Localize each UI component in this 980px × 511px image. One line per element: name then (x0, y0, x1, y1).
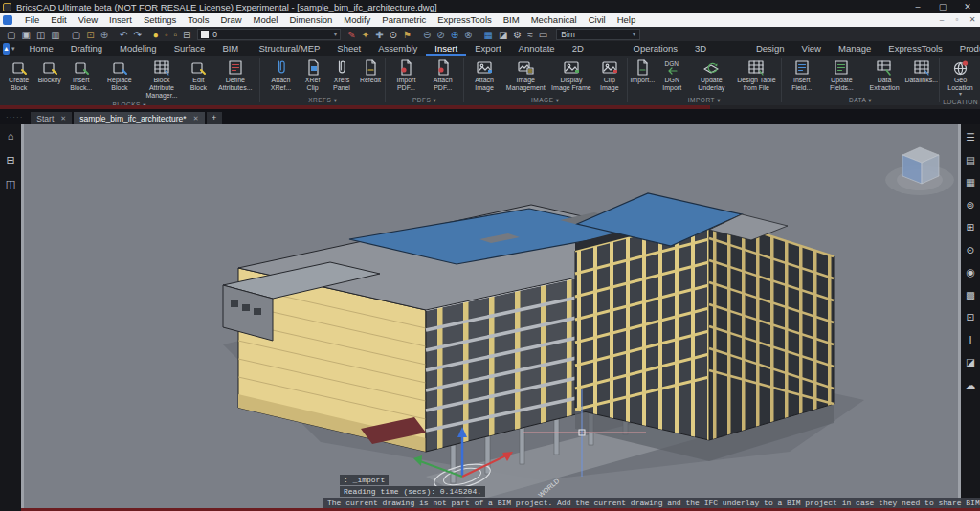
sheet-sets-panel-icon[interactable]: ⊞ (967, 222, 975, 233)
ribbon-tab-design-intent[interactable]: Design Intent (747, 42, 793, 56)
hatches-panel-icon[interactable]: ▩ (966, 290, 975, 300)
ribbon-tab-manage[interactable]: Manage (830, 42, 880, 56)
ribbon-button-edit-block[interactable]: Edit Block (184, 56, 212, 93)
sun-brightness-icon[interactable]: ◦ (162, 30, 171, 40)
ribbon-tab-annotate[interactable]: Annotate (510, 42, 564, 56)
ribbon-button-datalinks[interactable]: Datalinks... (905, 56, 937, 85)
ribbon-tab-2d-parametric[interactable]: 2D Parametric (564, 42, 625, 56)
ribbon-button-block-attribute-manager[interactable]: Block Attribute Manager... (139, 56, 184, 100)
ribbon-button-import[interactable]: Import... (630, 56, 656, 85)
ribbon-tab-insert[interactable]: Insert (426, 42, 466, 56)
ribbon-button-attach-pdf[interactable]: Attach PDF... (425, 56, 461, 93)
menu-dimension[interactable]: Dimension (283, 13, 338, 27)
close-tab-icon[interactable]: ✕ (193, 115, 199, 122)
ribbon-tab-bim-data[interactable]: BIM Data (213, 42, 250, 56)
display-panel-icon[interactable]: ⊡ (967, 312, 975, 322)
tips-panel-icon[interactable]: ⊙ (967, 245, 975, 256)
ribbon-group-label-import[interactable]: IMPORT ▾ (630, 95, 779, 105)
panels-toggle-icon[interactable]: ▦ (480, 30, 495, 40)
menu-civil[interactable]: Civil (583, 13, 612, 27)
mdi-close-button[interactable]: ✕ (965, 13, 980, 27)
orbit-view-icon[interactable]: ⊖ (420, 30, 434, 40)
settings-gear-icon[interactable]: ⚙ (510, 30, 524, 40)
chevron-down-icon[interactable]: ▾ (11, 45, 15, 53)
bricscad-logo-button[interactable]: ▲ (3, 43, 10, 55)
ribbon-tab-operations[interactable]: Operations (625, 42, 686, 56)
ribbon-tab-export[interactable]: Export (466, 42, 509, 56)
model-viewport[interactable]: WORLD : _import Reading time (secs): 0.1… (21, 124, 961, 508)
annotation-monitor-icon[interactable]: ▫ (170, 30, 180, 40)
ribbon-button-update-underlay[interactable]: Update Underlay (689, 56, 734, 93)
publish-icon[interactable]: ⊕ (98, 30, 111, 40)
plot-printer-icon[interactable]: ⊟ (180, 30, 193, 40)
ribbon-button-image-management[interactable]: Image Management (502, 56, 548, 93)
ribbon-button-replace-block[interactable]: Replace Block (100, 56, 139, 93)
ribbon-button-refedit[interactable]: Refedit (357, 56, 383, 85)
properties-panel-icon[interactable]: ☰ (966, 132, 974, 143)
ribbon-tab-expresstools[interactable]: ExpressTools (880, 42, 951, 56)
ribbon-button-design-table-from-file[interactable]: Design Table from File (734, 56, 779, 93)
materials-panel-icon[interactable]: ◪ (966, 357, 975, 367)
ribbon-group-label-image[interactable]: IMAGE ▾ (466, 95, 625, 105)
ribbon-tab-3d-parametric[interactable]: 3D Parametric (686, 42, 747, 56)
menu-model[interactable]: Model (248, 13, 284, 27)
selection-tool-icon[interactable]: ✚ (372, 30, 386, 40)
new-tab-button[interactable]: + (207, 112, 222, 124)
ribbon-button-update-fields[interactable]: Update Fields... (820, 56, 863, 93)
redo-icon[interactable]: ↷ (130, 30, 144, 40)
communication-panel-icon[interactable]: ◉ (966, 267, 974, 278)
ribbon-tab-modeling[interactable]: Modeling (111, 42, 166, 56)
ribbon-group-label-xrefs[interactable]: XREFS ▾ (262, 95, 383, 105)
ribbon-button-data-extraction[interactable]: Data Extraction (863, 56, 905, 93)
tab-grip[interactable]: ····· (6, 113, 23, 122)
model-explorer-icon[interactable]: ◫ (6, 178, 15, 190)
look-view-icon[interactable]: ⊗ (461, 30, 475, 40)
snap-tool-icon[interactable]: ⊙ (387, 30, 400, 40)
pencil-tool-icon[interactable]: ✎ (345, 30, 358, 40)
ribbon-button-xref-clip[interactable]: XRef Clip (300, 56, 326, 93)
workspace-dropdown[interactable]: Bim ▾ (556, 29, 640, 40)
ribbon-tab-sheet-metal[interactable]: Sheet Metal (328, 42, 369, 56)
ribbon-button-insert-block[interactable]: Insert Block... (62, 56, 100, 93)
ribbon-tab-surface[interactable]: Surface (166, 42, 214, 56)
ribbon-button-attach-image[interactable]: Attach Image (466, 56, 503, 93)
undo-icon[interactable]: ↶ (117, 30, 130, 40)
tracking-tool-icon[interactable]: ⚑ (400, 30, 414, 40)
mdi-restore-button[interactable]: ▫ (949, 13, 965, 27)
blocks-panel-icon[interactable]: ▦ (966, 177, 975, 188)
home-icon[interactable]: ⌂ (8, 130, 14, 143)
measure-tool-icon[interactable]: ✦ (359, 30, 372, 40)
layouts-icon[interactable]: ≈ (524, 30, 536, 40)
print-icon[interactable]: ⊡ (83, 30, 97, 40)
ribbon-button-import-pdf[interactable]: Import PDF... (388, 56, 424, 93)
ribbon-button-xrefs-panel[interactable]: Xrefs Panel (325, 56, 357, 93)
ribbon-group-label-pdfs[interactable]: PDFS ▾ (388, 95, 461, 105)
pan-view-icon[interactable]: ⊘ (434, 30, 447, 40)
zoom-view-icon[interactable]: ⊕ (448, 30, 461, 40)
command-prompt[interactable]: : _import (340, 475, 389, 485)
layer-dropdown[interactable]: 0 ▾ (197, 29, 341, 40)
ribbon-button-create-block[interactable]: Create Block (1, 56, 36, 93)
open-drawing-icon[interactable]: ▣ (18, 30, 33, 40)
ribbon-tab-home[interactable]: Home (20, 42, 61, 56)
bricscad-menu-icon[interactable] (3, 15, 12, 25)
structure-browser-icon[interactable]: ⊟ (6, 154, 14, 167)
ribbon-tab-structural-mep[interactable]: Structural/MEP (250, 42, 328, 56)
document-tab-start[interactable]: Start✕ (31, 112, 72, 124)
ribbon-group-label-data[interactable]: DATA ▾ (784, 95, 937, 105)
document-tab-sample-bim-ifc-architecture[interactable]: sample_bim_ifc_architecture*✕ (74, 112, 204, 124)
ribbon-button-define-attributes[interactable]: Define Attributes... (212, 56, 257, 93)
close-drawing-icon[interactable]: ▢ (69, 30, 83, 40)
window-layout-icon[interactable]: ▭ (536, 30, 550, 40)
ribbon-button-blockify[interactable]: Blockify (36, 56, 62, 85)
ribbon-button-dgn-import[interactable]: DGNDGN Import (656, 56, 689, 93)
ribbon-tab-view[interactable]: View (793, 42, 830, 56)
minimize-button[interactable]: – (905, 0, 930, 13)
ribbon-tab-productivity[interactable]: Productivity (951, 42, 980, 56)
ribbon-button-geo-location[interactable]: Geo Location▾ (942, 56, 979, 97)
close-button[interactable]: ✕ (955, 0, 980, 13)
ribbon-tab-drafting[interactable]: Drafting (62, 42, 111, 56)
mdi-minimize-button[interactable]: – (934, 13, 949, 27)
menu-draw[interactable]: Draw (214, 13, 247, 27)
ribbon-tab-assembly[interactable]: Assembly (369, 42, 426, 56)
